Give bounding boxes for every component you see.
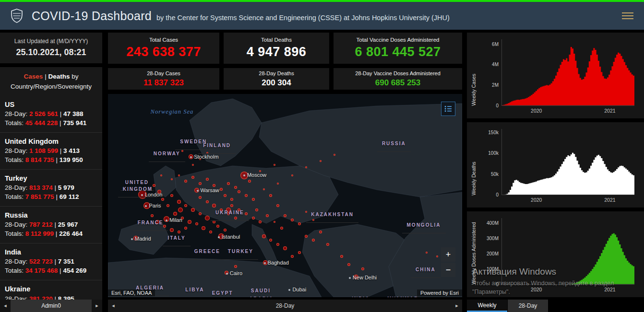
map-label-city: Madrid — [131, 236, 151, 242]
country-name: US — [5, 100, 97, 109]
x-tick-label: 2020 — [531, 287, 542, 292]
powered-by-esri[interactable]: Powered by Esri — [417, 289, 462, 296]
tab-weekly[interactable]: Weekly — [467, 300, 507, 312]
chart-weekly-deaths: Weekly Deaths050k100k150k20202021 — [467, 122, 644, 208]
stat-value: 690 685 253 — [334, 78, 462, 88]
map-label-city: Moscow — [243, 172, 266, 178]
chart-y-axis-title: Weekly Cases — [471, 33, 477, 106]
header-line2: Country/Region/Sovereignty — [2, 82, 100, 92]
x-tick-label: 2021 — [604, 287, 615, 292]
map-label-country: SWEDEN — [175, 135, 212, 150]
stat-label: Total Deaths — [224, 37, 329, 43]
chart-plot-area[interactable]: 050k100k150k20202021 — [501, 129, 634, 196]
stat-label: 28-Day Cases — [108, 70, 219, 76]
map-attribution: Esri, FAO, NOAA — [108, 289, 155, 296]
x-tick-label: 2020 — [531, 197, 542, 203]
jhu-logo — [9, 8, 25, 24]
y-tick-label: 0 — [496, 103, 499, 108]
country-name: India — [5, 247, 97, 257]
country-list-header: Cases | Deaths by Country/Region/Soverei… — [0, 67, 102, 96]
country-list-panel: Cases | Deaths by Country/Region/Soverei… — [0, 67, 102, 300]
deaths-word: Deaths — [48, 73, 70, 80]
x-tick-label: 2021 — [604, 108, 615, 114]
y-tick-label: 4M — [492, 62, 499, 67]
header-separator: | — [43, 73, 48, 80]
stat-total-deaths: Total Deaths 4 947 896 — [224, 33, 329, 64]
legend-button[interactable] — [441, 102, 455, 116]
x-tick-label: 2020 — [531, 108, 542, 114]
map-prev-arrow-icon[interactable]: ◄ — [108, 303, 119, 308]
map-label-country: UKRAINE — [211, 206, 249, 221]
country-28day-line: 28-Day: 2 526 561 | 47 388 — [5, 110, 97, 119]
country-totals-line: Totals: 8 112 999 | 226 464 — [5, 230, 97, 239]
tab-28-day[interactable]: 28-Day — [508, 300, 548, 312]
y-tick-label: 100M — [487, 266, 499, 271]
stat-value: 4 947 896 — [224, 45, 329, 59]
map-label-country: EGYPT — [207, 286, 238, 297]
zoom-in-button[interactable]: + — [441, 247, 455, 262]
map-next-arrow-icon[interactable]: ► — [452, 303, 462, 308]
country-totals-line: Totals: 7 851 775 | 69 112 — [5, 193, 97, 202]
country-name: United Kingdom — [5, 137, 97, 146]
map-label-city: Stockholm — [190, 154, 218, 160]
y-tick-label: 100k — [488, 150, 499, 156]
map-label-country: CHINA — [411, 263, 441, 278]
stat-value: 6 801 445 527 — [334, 45, 462, 59]
y-tick-label: 0 — [496, 192, 499, 197]
app-header: COVID-19 Dashboard by the Center for Sys… — [0, 2, 644, 30]
country-totals-line: Totals: 34 175 468 | 454 269 — [5, 266, 97, 276]
y-tick-label: 2M — [492, 82, 499, 87]
map-label-country: INDIA — [347, 292, 374, 297]
stat-28day-cases: 28-Day Cases 11 837 323 — [108, 68, 219, 90]
chart-plot-area[interactable]: 0100M200M300M400M20202021 — [501, 218, 634, 285]
map-label-sea: Norwegian Sea — [151, 108, 194, 116]
map-label-country: ARABIA — [244, 292, 278, 297]
stat-value: 243 638 377 — [108, 45, 219, 59]
map-label-country: SAUDI — [246, 284, 275, 297]
country-list-item[interactable]: United Kingdom28-Day: 1 108 599 | 3 413T… — [0, 133, 102, 170]
map-label-country: LIBYA — [180, 283, 209, 297]
map-label-country: ITALY — [163, 231, 190, 246]
stat-label: Total Vaccine Doses Administered — [334, 37, 462, 43]
map-label-country: FINLAND — [198, 139, 236, 154]
map-time-label: 28-Day — [119, 302, 452, 309]
country-list-item[interactable]: India28-Day: 522 723 | 7 351Totals: 34 1… — [0, 243, 102, 280]
zoom-out-button[interactable]: − — [441, 263, 455, 277]
map-label-city: Istanbul — [218, 234, 240, 240]
cases-word: Cases — [24, 73, 43, 80]
by-word: by — [70, 73, 78, 80]
admin-prev-arrow-icon[interactable]: ◄ — [0, 303, 11, 308]
map-time-bar: ◄ 28-Day ► — [108, 300, 462, 312]
country-name: Ukraine — [5, 284, 97, 294]
legend-list-icon — [444, 105, 452, 112]
stat-value: 11 837 323 — [108, 78, 219, 88]
country-list-item[interactable]: Russia28-Day: 787 212 | 25 967Totals: 8 … — [0, 207, 102, 243]
menu-icon[interactable] — [620, 9, 635, 23]
country-28day-line: 28-Day: 522 723 | 7 351 — [5, 257, 97, 266]
map-label-country: FRANCE — [133, 216, 168, 231]
stat-total-cases: Total Cases 243 638 377 — [108, 33, 219, 64]
map-label-city: Paris — [145, 203, 161, 208]
map-label-country: UNITED — [120, 175, 154, 191]
y-tick-label: 200M — [487, 251, 499, 256]
y-tick-label: 6M — [492, 41, 499, 46]
chart-plot-area[interactable]: 02M4M6M20202021 — [501, 39, 634, 106]
map-label-country: KINGDOM — [118, 182, 157, 197]
stat-label: Total Cases — [108, 37, 219, 43]
country-list-item[interactable]: Turkey28-Day: 813 374 | 5 979Totals: 7 8… — [0, 170, 102, 207]
stat-value: 200 304 — [224, 78, 329, 88]
admin-next-arrow-icon[interactable]: ► — [92, 303, 102, 308]
chart-tabs: Weekly28-Day — [467, 300, 644, 312]
y-tick-label: 0 — [496, 282, 499, 287]
map-panel[interactable]: Norwegian SeaSWEDENFINLANDNORWAYRUSSIAUN… — [108, 94, 462, 297]
country-list-item[interactable]: Ukraine28-Day: 381 220 | 8 395Totals: 2 … — [0, 280, 102, 300]
chart-y-axis-title: Weekly Doses Administered — [471, 211, 477, 285]
country-totals-line: Totals: 45 444 228 | 735 941 — [5, 119, 97, 128]
stat-label: 28-Day Deaths — [224, 70, 329, 76]
last-updated-value: 25.10.2021, 08:21 — [0, 47, 102, 58]
country-list-item[interactable]: US28-Day: 2 526 561 | 47 388Totals: 45 4… — [0, 96, 102, 133]
y-tick-label: 300M — [487, 235, 499, 241]
covid-dashboard: COVID-19 Dashboard by the Center for Sys… — [0, 0, 644, 312]
country-name: Turkey — [5, 173, 97, 183]
map-label-city: Milan — [166, 217, 182, 223]
